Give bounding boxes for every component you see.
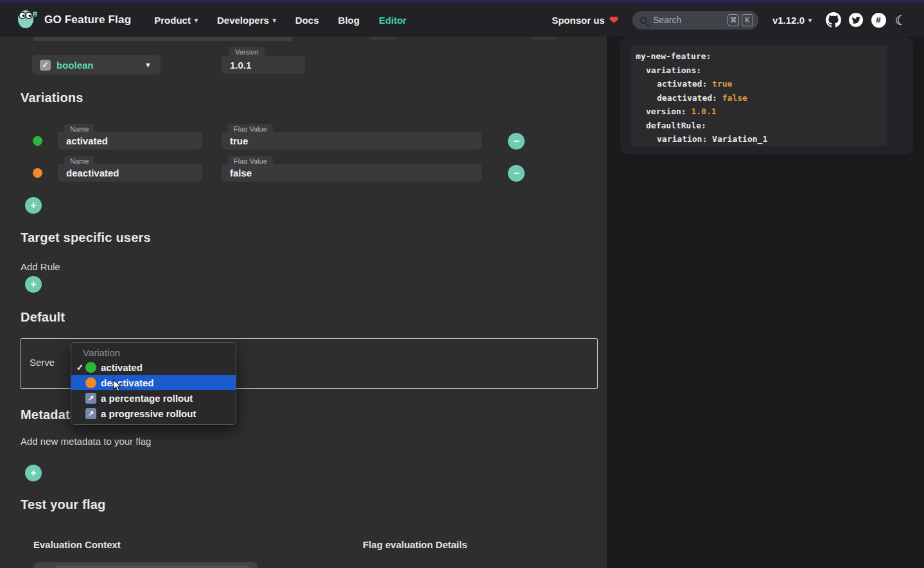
brand-title: GO Feature Flag (44, 13, 131, 26)
dropdown-item-percentage-rollout[interactable]: ↗ a percentage rollout (71, 390, 236, 406)
dropdown-item-progressive-rollout[interactable]: ↗ a progressive rollout (71, 406, 236, 421)
yaml-code-block[interactable]: my-new-feature: variations: activated: t… (631, 45, 887, 146)
check-icon: ✓ (74, 363, 85, 372)
nav-item-label: Developers (217, 15, 269, 26)
nav-item-label: Docs (295, 15, 319, 26)
search-icon (640, 17, 647, 24)
nav-item-label: Blog (338, 15, 360, 26)
k-key-badge: K (742, 14, 753, 26)
variations-heading: Variations (21, 90, 83, 105)
minus-icon: − (513, 135, 519, 147)
chevron-down-icon: ▾ (273, 17, 276, 24)
yaml-preview-card: my-new-feature: variations: activated: t… (620, 37, 913, 154)
cutoff-field-bottom (533, 37, 555, 40)
variation-value-field[interactable]: false (222, 164, 482, 182)
flag-type-value: boolean (57, 60, 94, 71)
dark-mode-moon-icon[interactable]: ☾ (893, 12, 909, 28)
nav-item-editor[interactable]: Editor (379, 15, 406, 26)
variation-value: false (230, 168, 252, 178)
version-field[interactable]: 1.0.1 (222, 56, 305, 74)
nav-links: Product ▾ Developers ▾ Docs Blog Editor (154, 15, 406, 26)
dropdown-group-header: Variation (71, 345, 236, 359)
sponsor-label: Sponsor us (552, 15, 605, 26)
search-box[interactable]: ⌘ K (632, 11, 758, 30)
dropdown-item-label: deactivated (101, 377, 154, 388)
variation-color-dot (33, 168, 42, 178)
variation-name-value: deactivated (66, 168, 119, 178)
nav-item-label: Product (154, 15, 191, 26)
version-label: v1.12.0 (772, 15, 805, 26)
yaml-line: deactivated: false (636, 91, 882, 105)
add-variation-button[interactable]: + (25, 197, 42, 214)
twitter-icon[interactable] (848, 12, 864, 28)
version-dropdown[interactable]: v1.12.0 ▾ (772, 15, 812, 26)
variation-name-field[interactable]: deactivated (58, 164, 202, 182)
chevron-down-icon: ▼ (144, 61, 152, 69)
checked-checkbox-icon: ✓ (40, 60, 51, 71)
flag-evaluation-details-heading: Flag evaluation Details (363, 539, 467, 550)
rollout-arrow-icon: ↗ (85, 393, 96, 404)
yaml-line: my-new-feature: (636, 49, 882, 64)
variation-name-value: activated (66, 135, 108, 146)
evaluation-context-heading: Evaluation Context (33, 539, 121, 550)
nav-item-product[interactable]: Product ▾ (154, 15, 198, 26)
test-flag-heading: Test your flag (21, 497, 105, 512)
dropdown-item-label: activated (101, 362, 143, 373)
cmd-key-badge: ⌘ (728, 14, 739, 26)
slack-icon[interactable]: # (871, 12, 886, 28)
variation-dropdown-menu: Variation ✓ activated deactivated ↗ a pe… (71, 342, 236, 425)
mouse-cursor (113, 379, 123, 395)
minus-icon: − (513, 168, 519, 179)
flag-type-select[interactable]: ✓ boolean ▼ (32, 55, 161, 74)
yaml-line: variations: (636, 64, 882, 78)
dropdown-item-deactivated[interactable]: deactivated (71, 375, 236, 390)
plus-icon: + (30, 279, 36, 290)
orange-dot-icon (85, 377, 96, 388)
plus-icon: + (30, 467, 36, 479)
flag-editor-panel: ✓ boolean ▼ Version 1.0.1 Variations Nam… (0, 37, 607, 568)
default-heading: Default (21, 310, 65, 325)
red-heart-icon: ❤ (609, 13, 618, 27)
chevron-down-icon: ▾ (195, 17, 198, 24)
nav-item-docs[interactable]: Docs (295, 15, 319, 26)
remove-variation-button[interactable]: − (508, 133, 525, 150)
search-input[interactable] (653, 15, 725, 25)
cutoff-field-bottom (369, 37, 398, 40)
navbar: 1 GO Feature Flag Product ▾ Developers ▾… (0, 3, 924, 37)
variation-name-field[interactable]: activated (58, 132, 202, 150)
nav-right-cluster: Sponsor us ❤ ⌘ K v1.12.0 ▾ (552, 11, 909, 30)
nav-item-developers[interactable]: Developers ▾ (217, 15, 276, 26)
metadata-heading: Metadata (21, 408, 77, 422)
variation-color-dot (33, 136, 42, 146)
variation-value-field[interactable]: true (222, 132, 482, 150)
chevron-down-icon: ▾ (808, 17, 812, 24)
evaluation-context-editor[interactable] (33, 562, 258, 568)
target-users-heading: Target specific users (21, 230, 151, 245)
metadata-subtitle: Add new metadata to your flag (21, 436, 151, 447)
yaml-line: variation: Variation_1 (636, 132, 882, 146)
nav-item-blog[interactable]: Blog (338, 15, 360, 26)
cutoff-field-bottom (33, 37, 292, 41)
brand[interactable]: 1 GO Feature Flag (15, 8, 131, 32)
remove-variation-button[interactable]: − (508, 165, 525, 182)
variation-value: true (230, 135, 248, 146)
yaml-line: activated: true (636, 77, 882, 91)
yaml-line: version: 1.0.1 (636, 105, 882, 119)
serve-label: Serve (30, 357, 55, 368)
editor-scrollbar-track (55, 565, 248, 568)
plus-icon: + (30, 200, 36, 211)
green-dot-icon (85, 362, 96, 373)
yaml-line: defaultRule: (636, 119, 882, 133)
dropdown-item-label: a progressive rollout (101, 408, 196, 419)
page-body: ✓ boolean ▼ Version 1.0.1 Variations Nam… (0, 37, 924, 568)
add-rule-button[interactable]: + (25, 276, 42, 293)
add-rule-label: Add Rule (21, 261, 60, 272)
nav-item-label: Editor (379, 15, 406, 26)
nav-icons: # ☾ (826, 12, 909, 28)
github-icon[interactable] (826, 12, 841, 28)
version-field-value: 1.0.1 (230, 60, 251, 71)
sponsor-us-link[interactable]: Sponsor us ❤ (552, 13, 618, 27)
add-metadata-button[interactable]: + (25, 465, 42, 481)
gopher-logo-icon: 1 (15, 8, 39, 32)
dropdown-item-activated[interactable]: ✓ activated (71, 359, 236, 375)
